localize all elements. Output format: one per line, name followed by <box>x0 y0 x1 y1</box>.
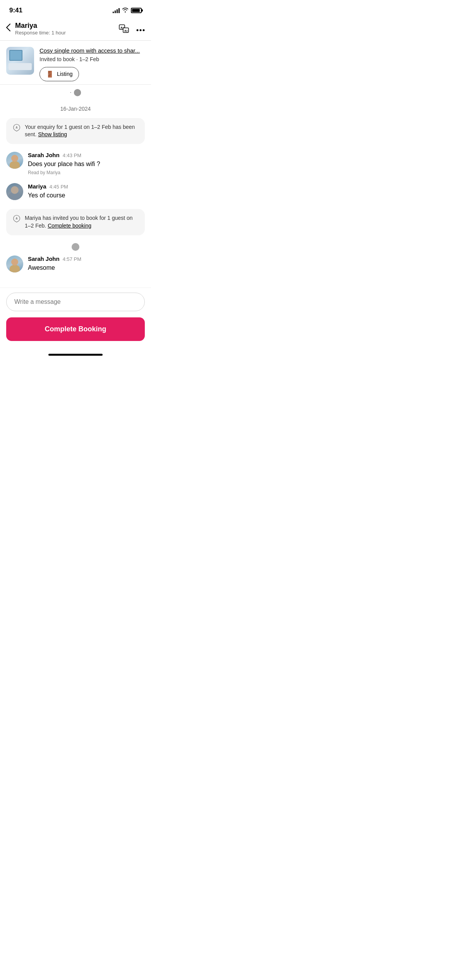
messages-area: 16-Jan-2024 Your enquiry for 1 guest on … <box>0 98 151 288</box>
home-indicator <box>0 347 151 362</box>
door-icon: 🚪 <box>46 70 54 78</box>
status-bar: 9:41 <box>0 0 151 19</box>
read-receipt-1: Read by Mariya <box>28 170 145 175</box>
listing-button-label: Listing <box>57 71 72 77</box>
chat-message-3: Sarah John 4:57 PM Awesome <box>6 255 145 274</box>
listing-info: Cosy single room with access to shar... … <box>34 47 145 81</box>
show-listing-link[interactable]: Show listing <box>38 131 67 137</box>
avatar-mariya <box>6 183 23 200</box>
svg-text:文: 文 <box>126 29 128 32</box>
svg-point-6 <box>137 29 139 31</box>
wifi-icon <box>122 7 129 14</box>
airbnb-icon <box>12 123 21 132</box>
chat-message-2: Mariya 4:45 PM Yes of course <box>6 183 145 201</box>
system-message-2: Mariya has invited you to book for 1 gue… <box>6 209 145 235</box>
sender-name-1: Sarah John <box>28 152 60 158</box>
chat-message-1: Sarah John 4:43 PM Does your place has w… <box>6 152 145 175</box>
response-time: Response time: 1 hour <box>15 30 118 36</box>
listing-button[interactable]: 🚪 Listing <box>39 67 79 81</box>
message-input[interactable] <box>6 293 145 311</box>
listing-dates: Invited to book · 1–2 Feb <box>39 56 145 62</box>
sender-name-2: Mariya <box>28 183 46 190</box>
message-header-3: Sarah John 4:57 PM <box>28 255 145 262</box>
message-header-1: Sarah John 4:43 PM <box>28 152 145 158</box>
message-content-2: Mariya 4:45 PM Yes of course <box>28 183 145 201</box>
svg-point-7 <box>140 29 142 31</box>
gray-dot-divider <box>6 243 145 252</box>
message-text-1: Does your place has wifi ? <box>28 160 145 168</box>
message-text-2: Yes of course <box>28 191 145 200</box>
more-options-button[interactable] <box>136 24 145 33</box>
contact-name: Mariya <box>15 22 118 30</box>
header-info: Mariya Response time: 1 hour <box>15 22 118 36</box>
status-icons <box>113 7 142 14</box>
status-time: 9:41 <box>9 7 22 14</box>
battery-icon <box>131 8 142 13</box>
input-area <box>0 288 151 317</box>
svg-point-8 <box>143 29 145 31</box>
message-time-1: 4:43 PM <box>63 152 81 158</box>
system-message-1: Your enquiry for 1 guest on 1–2 Feb has … <box>6 118 145 144</box>
chat-header: Mariya Response time: 1 hour A 文 A 文 <box>0 19 151 41</box>
system-message-1-text: Your enquiry for 1 guest on 1–2 Feb has … <box>25 123 139 139</box>
message-header-2: Mariya 4:45 PM <box>28 183 145 190</box>
listing-card: Cosy single room with access to shar... … <box>0 41 151 85</box>
scroll-indicator: · ⬤ <box>0 85 151 98</box>
sender-name-3: Sarah John <box>28 255 60 262</box>
complete-booking-link[interactable]: Complete booking <box>48 223 91 229</box>
date-separator: 16-Jan-2024 <box>6 98 145 118</box>
signal-icon <box>113 8 120 13</box>
avatar-sarah-1 <box>6 152 23 169</box>
message-content-3: Sarah John 4:57 PM Awesome <box>28 255 145 274</box>
avatar-sarah-2 <box>6 255 23 272</box>
listing-title[interactable]: Cosy single room with access to shar... <box>39 47 145 55</box>
message-text-3: Awesome <box>28 264 145 272</box>
message-time-3: 4:57 PM <box>63 256 81 262</box>
complete-booking-button[interactable]: Complete Booking <box>6 317 145 341</box>
home-bar <box>48 354 103 356</box>
airbnb-icon-2 <box>12 214 21 223</box>
header-actions: A 文 A 文 <box>118 22 145 35</box>
back-button[interactable] <box>6 22 15 35</box>
listing-thumbnail <box>6 47 34 75</box>
system-message-2-text: Mariya has invited you to book for 1 gue… <box>25 214 139 230</box>
message-time-2: 4:45 PM <box>50 184 68 190</box>
translate-button[interactable]: A 文 A 文 <box>118 22 130 35</box>
message-content-1: Sarah John 4:43 PM Does your place has w… <box>28 152 145 175</box>
